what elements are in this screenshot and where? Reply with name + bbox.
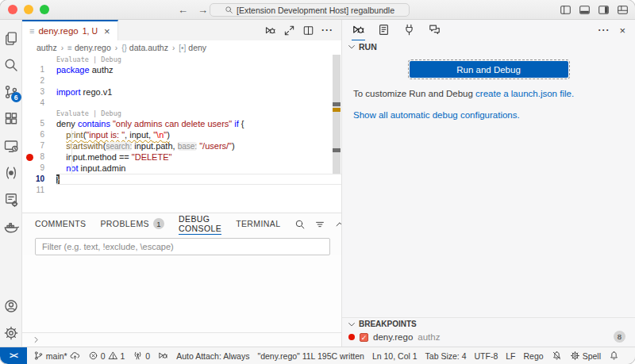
- status-item-cursor-position[interactable]: Ln 10, Col 1: [372, 351, 418, 361]
- line-number[interactable]: 1: [22, 64, 56, 75]
- line-number[interactable]: 2: [22, 75, 56, 86]
- panel-tab-problems[interactable]: PROBLEMS1: [100, 213, 164, 235]
- tab-deny-rego[interactable]: ≡ deny.rego 1, U ×: [22, 20, 118, 40]
- status-item-notifications[interactable]: [609, 351, 619, 361]
- activity-item-policy-tools[interactable]: [0, 186, 22, 213]
- filter-icon[interactable]: [314, 219, 325, 230]
- activity-item-explorer[interactable]: [0, 25, 22, 52]
- activity-item-settings[interactable]: [0, 320, 22, 347]
- code-line-8[interactable]: 8 input.method == "DELETE": [22, 151, 341, 163]
- status-item-encoding[interactable]: UTF-8: [475, 351, 498, 361]
- activity-item-remote-explorer[interactable]: [0, 132, 22, 159]
- line-number[interactable]: 5: [22, 118, 56, 129]
- line-number[interactable]: 8: [22, 151, 56, 163]
- close-sidebar-icon[interactable]: ×: [619, 25, 625, 36]
- sidebar-view-comments-view[interactable]: [428, 20, 441, 40]
- panel-tab-debug-console[interactable]: DEBUG CONSOLE: [179, 213, 221, 235]
- close-window-button[interactable]: [8, 5, 17, 14]
- code-line-3[interactable]: 3import rego.v1: [22, 86, 341, 98]
- code-lens[interactable]: Evaluate | Debug: [22, 55, 341, 64]
- breadcrumb-item-data-authz[interactable]: {}data.authz: [121, 43, 168, 52]
- show-all-configurations-link[interactable]: Show all automatic debug configurations.: [353, 110, 520, 120]
- code-lens[interactable]: Evaluate | Debug: [22, 109, 341, 118]
- more-actions-icon[interactable]: ···: [598, 25, 610, 35]
- breadcrumb-item-deny-rego[interactable]: ≡deny.rego: [67, 43, 111, 52]
- line-number[interactable]: 7: [22, 140, 56, 151]
- toggle-primary-sidebar-icon[interactable]: [560, 4, 572, 16]
- status-item-problems[interactable]: 01: [88, 351, 125, 361]
- line-number[interactable]: 11: [22, 185, 56, 196]
- toggle-panel-icon[interactable]: [579, 4, 591, 16]
- code-line-6[interactable]: 6 print("input is: ", input, "\n"): [22, 129, 341, 140]
- sidebar-view-plug-view[interactable]: [402, 20, 416, 40]
- status-item-remote[interactable]: ><: [0, 347, 27, 364]
- create-launch-json-link[interactable]: create a launch.json file.: [475, 89, 574, 98]
- activity-item-accounts[interactable]: [0, 293, 22, 320]
- breadcrumb-label: deny: [188, 43, 206, 52]
- code-line-10[interactable]: 10}: [22, 174, 341, 185]
- status-item-spell-checker[interactable]: Spell: [570, 351, 601, 361]
- code-line-4[interactable]: 4: [22, 98, 341, 109]
- line-number[interactable]: 9: [22, 163, 56, 174]
- activity-item-search[interactable]: [0, 52, 22, 79]
- command-center[interactable]: [Extension Development Host] regalbundle: [210, 3, 410, 17]
- customize-layout-icon[interactable]: [617, 4, 629, 16]
- status-item-do-not-disturb[interactable]: [552, 351, 562, 361]
- branch-icon: [70, 351, 80, 361]
- back-icon[interactable]: ←: [178, 4, 188, 16]
- status-item-language-mode[interactable]: Rego: [524, 351, 544, 361]
- activity-item-source-control[interactable]: 6: [0, 79, 22, 105]
- status-item-file-write-status[interactable]: "deny.rego" 11L 195C written: [257, 351, 364, 361]
- editor-scrollbar[interactable]: [333, 55, 341, 174]
- toggle-secondary-sidebar-icon[interactable]: [598, 4, 610, 16]
- more-actions-icon[interactable]: ···: [321, 25, 333, 36]
- breakpoint-dot-icon[interactable]: [26, 154, 33, 161]
- minimize-window-button[interactable]: [24, 5, 33, 14]
- code-line-5[interactable]: 5deny contains "only admins can delete u…: [22, 118, 341, 129]
- panel-tab-comments[interactable]: COMMENTS: [35, 213, 86, 235]
- breakpoint-list-item[interactable]: ✓ deny.rego authz 8: [342, 330, 635, 344]
- code-line-2[interactable]: 2: [22, 75, 341, 86]
- activity-bar: 6: [0, 20, 22, 347]
- breadcrumb-item-authz[interactable]: authz: [37, 43, 57, 52]
- status-item-indentation[interactable]: Tab Size: 4: [425, 351, 467, 361]
- activity-item-extensions[interactable]: [0, 105, 22, 132]
- breakpoint-checkbox[interactable]: ✓: [360, 333, 368, 342]
- explorer-icon: [3, 30, 19, 46]
- debug-console-filter-input[interactable]: [35, 238, 330, 255]
- debug-console-input[interactable]: [22, 332, 341, 347]
- line-number[interactable]: 10: [22, 174, 56, 185]
- run-section-header[interactable]: RUN: [342, 40, 635, 53]
- code-line-9[interactable]: 9 not input.admin: [22, 163, 341, 174]
- history-nav: ← →: [178, 0, 208, 20]
- sidebar-view-run-and-debug-view[interactable]: [352, 20, 365, 40]
- activity-item-opa[interactable]: [0, 159, 22, 186]
- panel-tab-terminal[interactable]: TERMINAL: [236, 213, 280, 235]
- line-number[interactable]: 4: [22, 98, 56, 109]
- open-changes-icon[interactable]: [283, 25, 295, 36]
- run-or-debug-icon[interactable]: [264, 25, 276, 36]
- sidebar-view-notebook-view[interactable]: [377, 20, 391, 40]
- status-item-eol[interactable]: LF: [506, 351, 515, 361]
- close-tab-icon[interactable]: ×: [104, 25, 110, 37]
- forward-icon[interactable]: →: [198, 4, 208, 16]
- code-token: startswith: [66, 141, 102, 151]
- code-editor[interactable]: Evaluate | Debug1package authz23import r…: [22, 55, 341, 213]
- breakpoints-header[interactable]: BREAKPOINTS: [342, 318, 635, 330]
- status-item-auto-attach[interactable]: Auto Attach: Always: [176, 351, 249, 361]
- status-item-debug-status[interactable]: [158, 351, 168, 361]
- code-line-1[interactable]: 1package authz: [22, 64, 341, 75]
- code-line-11[interactable]: 11: [22, 185, 341, 196]
- zoom-window-button[interactable]: [40, 5, 49, 14]
- run-and-debug-button[interactable]: Run and Debug: [410, 61, 568, 78]
- status-item-branch[interactable]: main*: [33, 351, 80, 361]
- line-number[interactable]: 3: [22, 86, 56, 98]
- status-item-ports[interactable]: 0: [133, 351, 150, 361]
- find-icon[interactable]: [294, 219, 306, 230]
- code-line-7[interactable]: 7 startswith(search: input.path, base: "…: [22, 140, 341, 151]
- split-editor-icon[interactable]: [302, 25, 314, 36]
- vscode-window: ← → [Extension Development Host] regalbu…: [0, 0, 635, 364]
- breadcrumb-item-deny[interactable]: [•]deny: [179, 43, 206, 52]
- activity-item-docker[interactable]: [0, 213, 22, 240]
- line-number[interactable]: 6: [22, 129, 56, 140]
